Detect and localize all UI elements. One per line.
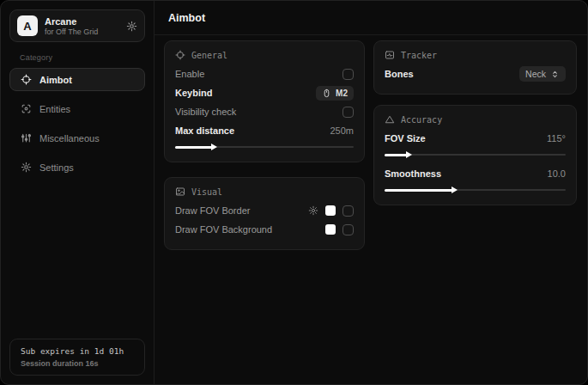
sliders-icon	[21, 132, 32, 144]
gear-icon[interactable]	[126, 21, 137, 32]
panel-general: General Enable Keybind	[164, 40, 365, 162]
sidebar-item-label: Settings	[39, 162, 74, 173]
session-duration-text: Session duration 16s	[21, 359, 134, 368]
slider-handle[interactable]	[406, 151, 412, 158]
fov-border-row: Draw FOV Border	[175, 201, 354, 220]
fov-background-color-swatch[interactable]	[325, 224, 336, 235]
panel-visual-header: Visual	[175, 186, 354, 197]
bones-selected-value: Neck	[525, 69, 546, 79]
scan-icon	[21, 103, 32, 114]
slider-fill	[385, 154, 408, 156]
bones-row: Bones Neck	[385, 64, 566, 83]
fov-size-value: 115°	[547, 133, 566, 144]
brand-name: Arcane	[45, 16, 98, 27]
panel-accuracy-header: Accuracy	[385, 114, 566, 125]
keybind-button[interactable]: M2	[316, 86, 354, 101]
sidebar-item-entities[interactable]: Entities	[9, 97, 145, 120]
fov-size-row: FOV Size 115°	[385, 129, 566, 148]
brand-card: A Arcane for Off The Grid	[9, 9, 145, 42]
right-column: Tracker Bones Neck	[373, 40, 577, 205]
visibility-check-checkbox[interactable]	[342, 107, 354, 118]
sidebar-item-aimbot[interactable]: Aimbot	[9, 68, 145, 91]
max-distance-row: Max distance 250m	[175, 121, 354, 140]
mouse-icon	[322, 89, 331, 98]
smoothness-value: 10.0	[548, 168, 566, 179]
image-icon	[175, 186, 185, 197]
keybind-value: M2	[336, 89, 348, 98]
sub-expires-text: Sub expires in 1d 01h	[21, 346, 134, 356]
brand-text: Arcane for Off The Grid	[45, 16, 98, 36]
visibility-check-label: Visibility check	[175, 107, 236, 117]
sidebar-item-label: Aimbot	[39, 75, 72, 85]
panel-visual: Visual Draw FOV Border	[164, 177, 365, 250]
slider-handle[interactable]	[452, 186, 458, 193]
enable-row: Enable	[175, 64, 354, 83]
sidebar-item-settings[interactable]: Settings	[9, 156, 145, 179]
triangle-icon	[385, 114, 395, 125]
fov-size-label: FOV Size	[385, 133, 426, 144]
page-title: Aimbot	[155, 1, 588, 35]
app-window: A Arcane for Off The Grid Category Aimbo…	[0, 0, 588, 385]
panel-title: General	[191, 51, 227, 60]
brand-subtitle: for Off The Grid	[45, 28, 98, 36]
fov-border-color-swatch[interactable]	[325, 205, 336, 216]
left-column: General Enable Keybind	[164, 40, 365, 250]
keybind-row: Keybind M2	[175, 83, 354, 102]
category-label: Category	[20, 53, 145, 62]
fov-size-slider[interactable]	[385, 150, 566, 159]
panel-tracker-header: Tracker	[385, 50, 566, 60]
gear-icon	[21, 162, 32, 173]
enable-label: Enable	[175, 69, 204, 79]
sidebar-item-label: Miscellaneous	[39, 133, 100, 144]
fov-background-checkbox[interactable]	[342, 224, 354, 235]
max-distance-value: 250m	[330, 125, 354, 136]
panel-accuracy: Accuracy FOV Size 115° Smoothness 10.0	[373, 105, 577, 205]
fov-border-controls	[308, 205, 354, 217]
bones-dropdown[interactable]: Neck	[519, 66, 566, 82]
sidebar: A Arcane for Off The Grid Category Aimbo…	[1, 1, 155, 384]
max-distance-label: Max distance	[175, 125, 234, 136]
visibility-check-row: Visibility check	[175, 102, 354, 121]
bones-label: Bones	[385, 69, 414, 79]
fov-background-row: Draw FOV Background	[175, 220, 354, 239]
panel-title: Accuracy	[401, 115, 442, 125]
fov-border-label: Draw FOV Border	[175, 205, 250, 216]
smoothness-row: Smoothness 10.0	[385, 164, 566, 183]
slider-fill	[175, 146, 213, 149]
fov-border-checkbox[interactable]	[342, 205, 354, 217]
crosshair-icon	[21, 74, 32, 85]
panels-area: General Enable Keybind	[155, 35, 588, 262]
sidebar-item-miscellaneous[interactable]: Miscellaneous	[9, 126, 145, 150]
panel-title: Tracker	[401, 51, 437, 60]
fov-background-label: Draw FOV Background	[175, 224, 272, 235]
subscription-status-card: Sub expires in 1d 01h Session duration 1…	[9, 339, 145, 376]
max-distance-slider[interactable]	[175, 143, 354, 151]
keybind-label: Keybind	[175, 88, 212, 98]
fov-background-controls	[325, 224, 354, 235]
enable-checkbox[interactable]	[342, 69, 354, 80]
sidebar-item-label: Entities	[39, 104, 70, 114]
slider-handle[interactable]	[211, 144, 217, 150]
brand-logo: A	[17, 15, 38, 36]
panel-title: Visual	[191, 187, 222, 197]
crosshair-icon	[175, 50, 185, 60]
panel-general-header: General	[175, 50, 354, 60]
slider-fill	[385, 189, 453, 192]
smoothness-label: Smoothness	[385, 168, 441, 179]
gear-icon[interactable]	[308, 205, 318, 216]
panel-tracker: Tracker Bones Neck	[373, 40, 577, 95]
main-content: Aimbot General Enable	[155, 1, 588, 384]
activity-icon	[385, 50, 395, 60]
smoothness-slider[interactable]	[385, 186, 566, 194]
chevrons-up-down-icon	[550, 70, 560, 79]
